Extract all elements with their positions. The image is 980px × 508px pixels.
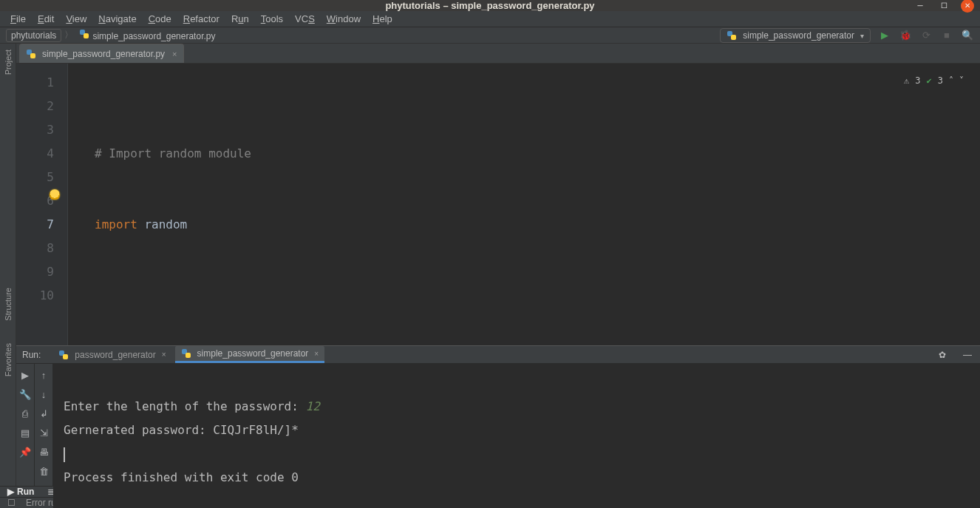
trash-icon[interactable]: 🗑: [37, 464, 50, 478]
menu-help[interactable]: Help: [367, 11, 398, 27]
window-titlebar: phytutorials – simple_password_generator…: [0, 0, 980, 11]
code-content[interactable]: # Import random module import random # S…: [68, 64, 980, 345]
python-icon: [181, 348, 191, 359]
run-config-selector[interactable]: simple_password_generator: [720, 28, 871, 43]
close-icon[interactable]: ×: [162, 350, 166, 359]
search-everywhere-icon[interactable]: 🔍: [961, 29, 974, 42]
wrap-icon[interactable]: ↲: [37, 407, 50, 420]
wrench-icon[interactable]: 🔧: [18, 387, 32, 401]
close-tab-icon[interactable]: ×: [172, 50, 177, 58]
menu-edit[interactable]: Edit: [32, 11, 60, 27]
editor-tab-active[interactable]: simple_password_generator.py ×: [19, 44, 184, 63]
python-file-icon: [79, 29, 89, 39]
maximize-icon[interactable]: ☐: [937, 0, 950, 13]
breadcrumb-file[interactable]: simple_password_generator.py: [76, 27, 218, 43]
window-title: phytutorials – simple_password_generator…: [385, 0, 594, 11]
close-icon[interactable]: ✕: [961, 0, 974, 13]
python-icon: [58, 350, 69, 360]
tool-favorites[interactable]: Favorites: [4, 343, 13, 376]
run-console[interactable]: Enter the length of the password: 12 Ger…: [53, 364, 980, 508]
run-tab-active[interactable]: simple_password_generator ×: [175, 346, 325, 363]
code-editor[interactable]: 1 2 3 4 5 6 7 8 9 10 # Import random mod…: [16, 64, 980, 345]
editor-tab-label: simple_password_generator.py: [42, 49, 165, 59]
menu-vcs[interactable]: VCS: [289, 11, 321, 27]
rerun-icon[interactable]: ▶: [18, 368, 32, 382]
down-icon[interactable]: ↓: [37, 387, 50, 401]
print-icon[interactable]: 🖶: [37, 445, 50, 458]
run-tool-header: Run: password_generator × simple_passwor…: [16, 346, 980, 364]
line-gutter: 1 2 3 4 5 6 7 8 9 10: [16, 64, 68, 345]
minimize-icon[interactable]: ─: [913, 0, 927, 13]
navigation-toolbar: phytutorials 〉 simple_password_generator…: [0, 27, 980, 44]
layout-icon[interactable]: ▤: [18, 426, 32, 439]
run-config-label: simple_password_generator: [743, 30, 854, 41]
run-tab-inactive[interactable]: password_generator ×: [52, 346, 171, 363]
editor-tabs: simple_password_generator.py ×: [16, 44, 980, 64]
run-label: Run:: [22, 350, 41, 360]
run-tool-window: Run: password_generator × simple_passwor…: [16, 345, 980, 486]
intention-bulb-icon[interactable]: [50, 189, 60, 200]
gear-icon[interactable]: ✿: [936, 348, 949, 362]
menu-file[interactable]: File: [4, 11, 32, 27]
menubar: File Edit View Navigate Code Refactor Ru…: [0, 11, 980, 27]
tool-windows-icon[interactable]: ☐: [7, 498, 16, 508]
menu-navigate[interactable]: Navigate: [92, 11, 142, 27]
hide-icon[interactable]: —: [961, 348, 974, 362]
menu-run[interactable]: Run: [225, 11, 255, 27]
left-tool-strip-lower: Structure Favorites: [0, 282, 16, 474]
main-area: Project simple_password_generator.py × 1…: [0, 44, 980, 486]
menu-tools[interactable]: Tools: [255, 11, 289, 27]
menu-window[interactable]: Window: [321, 11, 367, 27]
menu-refactor[interactable]: Refactor: [177, 11, 225, 27]
menu-code[interactable]: Code: [143, 11, 177, 27]
ok-icon: ✔: [927, 69, 932, 92]
inspection-widget[interactable]: ⚠3 ✔3 ˄ ˅: [901, 68, 967, 93]
coverage-button[interactable]: ⟳: [919, 29, 933, 42]
chevron-down-icon[interactable]: ˅: [959, 69, 964, 92]
breadcrumb-project[interactable]: phytutorials: [6, 29, 61, 42]
debug-button[interactable]: 🐞: [899, 29, 912, 42]
python-icon: [727, 30, 737, 41]
breadcrumb: phytutorials 〉 simple_password_generator…: [6, 27, 218, 43]
chevron-down-icon: [857, 30, 864, 41]
scroll-icon[interactable]: ⇲: [37, 426, 50, 439]
run-button[interactable]: ▶: [878, 29, 891, 42]
menu-view[interactable]: View: [60, 11, 92, 27]
warning-icon: ⚠: [904, 69, 909, 92]
pin-icon[interactable]: 📌: [18, 445, 32, 458]
run-tabs: password_generator × simple_password_gen…: [52, 346, 324, 363]
stop-button: ■: [940, 29, 953, 42]
tool-run[interactable]: ▶ Run: [7, 487, 34, 497]
up-icon[interactable]: ↑: [37, 368, 50, 382]
close-icon[interactable]: ×: [314, 350, 319, 358]
tool-project[interactable]: Project: [4, 50, 13, 75]
python-file-icon: [26, 49, 36, 59]
tool-structure[interactable]: Structure: [4, 288, 13, 321]
chevron-up-icon[interactable]: ˄: [949, 69, 953, 92]
filter-icon[interactable]: ⎙: [18, 407, 32, 420]
